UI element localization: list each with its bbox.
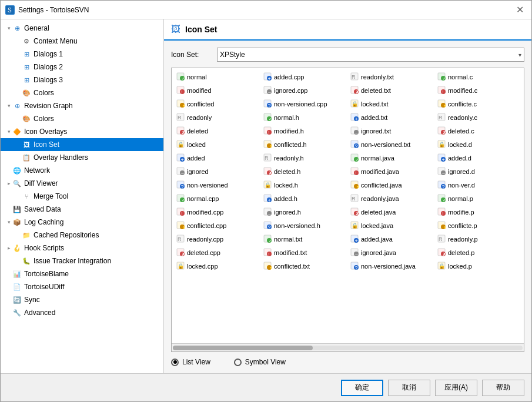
list-item[interactable]: Rreadonly.java [348, 192, 434, 205]
list-item[interactable]: ?non-versioned.txt [348, 138, 434, 151]
sidebar-item-icon-set[interactable]: 🖼 Icon Set [1, 138, 163, 151]
list-item[interactable]: ✗deleted.h [261, 165, 347, 178]
sidebar-item-issue-tracker[interactable]: 🐛 Issue Tracker Integration [1, 254, 163, 267]
list-item[interactable]: Rreadonly.c [435, 111, 521, 124]
sidebar-item-udiff[interactable]: 📄 TortoiseUDiff [1, 280, 163, 293]
list-item[interactable]: ✗deleted.cpp [174, 246, 260, 259]
list-item[interactable]: ?non-versioned.cpp [261, 98, 347, 110]
list-item[interactable]: +added.txt [348, 111, 434, 124]
file-status-icon: ✓ [437, 72, 446, 82]
help-button[interactable]: 帮助 [482, 380, 524, 396]
list-item[interactable]: !modified.c [435, 84, 521, 97]
list-item[interactable]: !modified.txt [261, 246, 347, 259]
list-item[interactable]: Rreadonly [174, 111, 260, 124]
sidebar-item-sync[interactable]: 🔄 Sync [1, 293, 163, 306]
icon-set-dropdown[interactable]: XPStyle ▾ [217, 48, 524, 62]
list-item[interactable]: –ignored.h [261, 206, 347, 219]
sidebar-item-log-caching[interactable]: ▾ 📦 Log Caching [1, 216, 163, 229]
list-item[interactable]: +added.d [435, 152, 521, 165]
horizontal-scrollbar[interactable] [172, 343, 524, 351]
svg-text:R: R [265, 155, 269, 161]
list-item[interactable]: Rreadonly.cpp [174, 233, 260, 246]
list-item[interactable]: !modified.h [261, 125, 347, 138]
list-item[interactable]: –ignored [174, 165, 260, 178]
list-item[interactable]: ✓normal.java [348, 152, 434, 165]
sidebar-item-cached-repos[interactable]: 📁 Cached Repositories [1, 229, 163, 242]
list-item[interactable]: 🔒locked.d [435, 138, 521, 151]
list-item[interactable]: ✓normal.h [261, 111, 347, 124]
list-item[interactable]: 🔒locked.h [261, 179, 347, 192]
sidebar-item-general[interactable]: ▾ ⊕ General [1, 22, 163, 35]
list-item[interactable]: ?non-ver.d [435, 179, 521, 192]
sidebar-item-icon-overlays[interactable]: ▾ 🔶 Icon Overlays [1, 125, 163, 138]
list-item[interactable]: ✓normal [174, 71, 260, 83]
list-item[interactable]: ✗deleted.c [435, 125, 521, 138]
sidebar-item-dialogs3[interactable]: ⊞ Dialogs 3 [1, 73, 163, 86]
list-item[interactable]: –ignored.d [435, 165, 521, 178]
list-view-option[interactable]: List View [171, 358, 210, 366]
sidebar-item-dialogs2[interactable]: ⊞ Dialogs 2 [1, 61, 163, 73]
list-item[interactable]: ⚡conflicted.cpp [174, 219, 260, 232]
list-item[interactable]: ✓normal.p [435, 192, 521, 205]
list-item[interactable]: 🔒locked.txt [348, 98, 434, 110]
list-item[interactable]: !modifie.p [435, 206, 521, 219]
list-item[interactable]: 🔒locked.cpp [174, 260, 260, 273]
list-item[interactable]: ⚡conflicte.c [435, 98, 521, 110]
list-item[interactable]: !modified [174, 84, 260, 97]
list-item[interactable]: –ignored.cpp [261, 84, 347, 97]
sidebar-item-dialogs1[interactable]: ⊞ Dialogs 1 [1, 48, 163, 61]
list-item[interactable]: ✗deleted.java [348, 206, 434, 219]
list-item[interactable]: 🔒locked.p [435, 260, 521, 273]
file-status-icon: ⚡ [176, 221, 185, 230]
sidebar-item-context-menu[interactable]: ⚙ Context Menu [1, 35, 163, 48]
list-item[interactable]: ✓normal.c [435, 71, 521, 83]
list-item[interactable]: ?non-versioned.h [261, 219, 347, 232]
symbol-view-option[interactable]: Symbol View [234, 358, 286, 366]
confirm-button[interactable]: 确定 [341, 380, 383, 396]
sidebar-item-colors-general[interactable]: 🎨 Colors [1, 86, 163, 99]
list-item[interactable]: –ignored.txt [348, 125, 434, 138]
symbol-view-radio[interactable] [234, 359, 242, 366]
list-item[interactable]: Rreadonly.h [261, 152, 347, 165]
list-item[interactable]: ?non-versioned [174, 179, 260, 192]
sidebar-item-merge-tool[interactable]: ⑂ Merge Tool [1, 190, 163, 203]
list-item[interactable]: ?non-versioned.java [348, 260, 434, 273]
list-item[interactable]: ✓normal.cpp [174, 192, 260, 205]
close-button[interactable]: ✕ [513, 3, 527, 17]
list-item[interactable]: !modified.java [348, 165, 434, 178]
cancel-button[interactable]: 取消 [388, 380, 430, 396]
list-item[interactable]: ✗deleted.p [435, 246, 521, 259]
list-item[interactable]: ⚡conflicted.java [348, 179, 434, 192]
list-item[interactable]: Rreadonly.txt [348, 71, 434, 83]
list-item[interactable]: +added.java [348, 233, 434, 246]
list-item[interactable]: +added.cpp [261, 71, 347, 83]
filename: ignored.java [361, 249, 396, 256]
list-item[interactable]: !modified.cpp [174, 206, 260, 219]
list-item[interactable]: 🔒locked.java [348, 219, 434, 232]
sidebar-item-diff-viewer[interactable]: ▸ 🔍 Diff Viewer [1, 177, 163, 190]
sidebar-item-saved-data[interactable]: 💾 Saved Data [1, 203, 163, 216]
list-item[interactable]: ⚡conflicted.h [261, 138, 347, 151]
list-item[interactable]: ✗deleted.txt [348, 84, 434, 97]
list-item[interactable]: Rreadonly.p [435, 233, 521, 246]
list-item[interactable]: ⚡conflicte.p [435, 219, 521, 232]
filename: deleted [187, 128, 208, 135]
sidebar-item-blame[interactable]: 📊 TortoiseBlame [1, 267, 163, 280]
list-item[interactable]: +added [174, 152, 260, 165]
filename: added.cpp [274, 73, 304, 81]
list-item[interactable]: ✓normal.txt [261, 233, 347, 246]
sidebar-item-network[interactable]: 🌐 Network [1, 164, 163, 177]
list-item[interactable]: 🔒locked [174, 138, 260, 151]
sidebar-item-revision-graph[interactable]: ▾ ⊕ Revision Graph [1, 99, 163, 112]
apply-button[interactable]: 应用(A) [435, 380, 477, 396]
sidebar-item-advanced[interactable]: 🔧 Advanced [1, 306, 163, 319]
list-item[interactable]: ⚡conflicted.txt [261, 260, 347, 273]
list-item[interactable]: +added.h [261, 192, 347, 205]
list-view-radio[interactable] [171, 359, 179, 366]
sidebar-item-overlay-handlers[interactable]: 📋 Overlay Handlers [1, 151, 163, 164]
list-item[interactable]: ⚡conflicted [174, 98, 260, 110]
sidebar-item-hook-scripts[interactable]: ▸ 🪝 Hook Scripts [1, 242, 163, 254]
list-item[interactable]: –ignored.java [348, 246, 434, 259]
list-item[interactable]: ✗deleted [174, 125, 260, 138]
sidebar-item-colors-revision[interactable]: 🎨 Colors [1, 112, 163, 125]
